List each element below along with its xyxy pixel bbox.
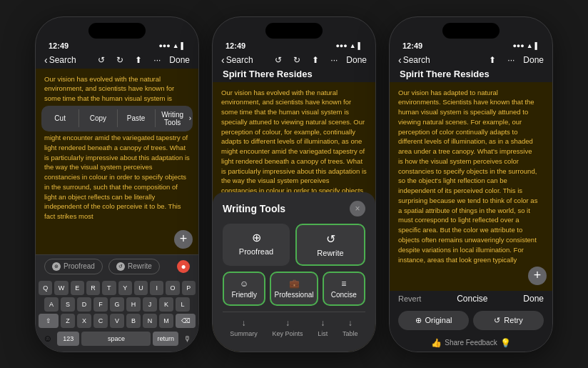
key-m[interactable]: M xyxy=(159,314,173,328)
key-f[interactable]: F xyxy=(93,297,108,312)
back-button-3[interactable]: ‹ Search xyxy=(398,54,430,66)
key-o[interactable]: O xyxy=(166,281,179,295)
back-button-1[interactable]: ‹ Search xyxy=(44,54,76,66)
original-button[interactable]: ⊕ Original xyxy=(398,311,469,330)
revert-bar: Revert Concise Done xyxy=(390,291,552,307)
tone-friendly-btn[interactable]: ☺ Friendly xyxy=(223,272,265,306)
key-d[interactable]: D xyxy=(77,297,91,312)
key-g[interactable]: G xyxy=(110,297,124,312)
key-v[interactable]: V xyxy=(110,314,124,328)
share-icon-3[interactable]: ⬆ xyxy=(486,54,499,66)
status-icons-2: ●●● ▲ ▌ xyxy=(335,42,363,49)
key-j[interactable]: J xyxy=(143,297,157,312)
share-icon-2[interactable]: ⬆ xyxy=(309,54,322,66)
summary-action[interactable]: ↓ Summary xyxy=(230,318,258,337)
key-x[interactable]: X xyxy=(77,314,91,328)
retry-button[interactable]: ↺ Retry xyxy=(473,311,544,330)
rewrite-btn-modal[interactable]: ↺ Rewrite xyxy=(295,224,365,266)
key-points-action[interactable]: ↓ Key Points xyxy=(273,318,303,337)
nav-bar-2: ‹ Search ↺ ↻ ⬆ ··· Done xyxy=(213,51,375,69)
rewrite-modal-icon: ↺ xyxy=(326,232,335,246)
more-icon-1[interactable]: ··· xyxy=(151,54,163,66)
key-delete[interactable]: ⌫ xyxy=(176,314,196,328)
key-points-icon: ↓ xyxy=(285,318,290,328)
key-a[interactable]: A xyxy=(44,297,59,312)
share-feedback-row: 👍 Share Feedback 💡 xyxy=(390,334,552,352)
key-w[interactable]: W xyxy=(54,281,68,295)
rewrite-modal-label: Rewrite xyxy=(317,249,343,257)
paste-button[interactable]: Paste xyxy=(118,109,156,127)
professional-label: Professional xyxy=(274,291,313,299)
mic-record-btn[interactable]: ● xyxy=(177,260,190,273)
rotate2-icon-1[interactable]: ↻ xyxy=(113,54,126,66)
wt-top-row: ⊕ Proofread ↺ Rewrite xyxy=(223,224,365,266)
key-c[interactable]: C xyxy=(93,314,108,328)
table-action[interactable]: ↓ Table xyxy=(343,318,358,337)
plus-button-1[interactable]: + xyxy=(174,230,193,249)
share-icon-1[interactable]: ⬆ xyxy=(132,54,145,66)
key-b[interactable]: B xyxy=(126,314,141,328)
cut-button[interactable]: Cut xyxy=(41,109,79,127)
content-area-3: Our vision has adapted to natural enviro… xyxy=(390,82,552,291)
key-space[interactable]: space xyxy=(81,332,151,346)
rotate2-icon-2[interactable]: ↻ xyxy=(290,54,303,66)
mic-icon[interactable]: 🎙 xyxy=(181,333,194,344)
key-n[interactable]: N xyxy=(143,314,157,328)
nav-actions-1: ↺ ↻ ⬆ ··· Done xyxy=(95,54,190,66)
proofread-btn-modal[interactable]: ⊕ Proofread xyxy=(223,224,290,266)
key-k[interactable]: K xyxy=(159,297,173,312)
key-h[interactable]: H xyxy=(126,297,141,312)
context-menu-1: Cut Copy Paste Writing Tools › xyxy=(41,106,193,131)
more-icon-3[interactable]: ··· xyxy=(505,54,517,66)
done-button-2[interactable]: Done xyxy=(346,55,367,65)
time-3: 12:49 xyxy=(402,41,422,50)
content-area-1: Our vision has evolved with the natural … xyxy=(36,69,198,254)
key-y[interactable]: Y xyxy=(118,281,132,295)
proofread-icon-1: ⊕ xyxy=(52,262,61,271)
done-revert-button[interactable]: Done xyxy=(523,294,544,304)
phone-2: 12:49 ●●● ▲ ▌ ‹ Search ↺ ↻ ⬆ ··· Done Sp… xyxy=(212,16,376,352)
emoji-key[interactable]: ☺ xyxy=(40,332,55,345)
key-i[interactable]: I xyxy=(150,281,163,295)
revert-button[interactable]: Revert xyxy=(398,294,421,303)
rotate-icon-1[interactable]: ↺ xyxy=(95,54,108,66)
key-l[interactable]: L xyxy=(176,297,190,312)
tone-professional-btn[interactable]: 💼 Professional xyxy=(270,272,318,306)
key-e[interactable]: E xyxy=(71,281,84,295)
plus-button-3[interactable]: + xyxy=(528,267,547,285)
key-s[interactable]: S xyxy=(61,297,75,312)
dynamic-island-3 xyxy=(442,23,500,39)
key-t[interactable]: T xyxy=(102,281,116,295)
key-r[interactable]: R xyxy=(86,281,100,295)
nav-bar-1: ‹ Search ↺ ↻ ⬆ ··· Done xyxy=(36,51,198,69)
concise-label: Concise xyxy=(457,294,487,304)
key-u[interactable]: U xyxy=(134,281,148,295)
thumbs-up-icon[interactable]: 👍 xyxy=(431,338,442,348)
key-z[interactable]: Z xyxy=(61,314,75,328)
key-123[interactable]: 123 xyxy=(57,332,79,346)
done-button-3[interactable]: Done xyxy=(523,55,544,65)
thumbs-down-icon[interactable]: 💡 xyxy=(500,338,511,348)
more-icon-2[interactable]: ··· xyxy=(328,54,340,66)
rotate-icon-2[interactable]: ↺ xyxy=(272,54,285,66)
writing-tools-button[interactable]: Writing Tools › xyxy=(156,106,193,131)
list-action[interactable]: ↓ List xyxy=(318,318,328,337)
key-q[interactable]: Q xyxy=(39,281,52,295)
key-p[interactable]: P xyxy=(182,281,196,295)
key-points-label: Key Points xyxy=(273,330,303,337)
proofread-btn-1[interactable]: ⊕ Proofread xyxy=(44,259,103,274)
back-button-2[interactable]: ‹ Search xyxy=(221,54,253,66)
copy-button[interactable]: Copy xyxy=(79,109,117,127)
chevron-icon-1: ‹ xyxy=(44,54,48,66)
rewrite-btn-1[interactable]: ↺ Rewrite xyxy=(108,259,160,274)
tone-concise-btn[interactable]: ≡ Concise xyxy=(323,272,365,306)
retry-label: Retry xyxy=(504,316,522,324)
status-bar-2: 12:49 ●●● ▲ ▌ xyxy=(213,39,375,51)
key-return[interactable]: return xyxy=(153,332,178,346)
done-button-1[interactable]: Done xyxy=(169,55,190,65)
chevron-icon-2: ‹ xyxy=(221,54,225,66)
nav-actions-2: ↺ ↻ ⬆ ··· Done xyxy=(272,54,367,66)
key-shift[interactable]: ⇧ xyxy=(39,314,59,328)
wt-close-button[interactable]: × xyxy=(350,201,365,217)
list-icon: ↓ xyxy=(320,318,325,328)
